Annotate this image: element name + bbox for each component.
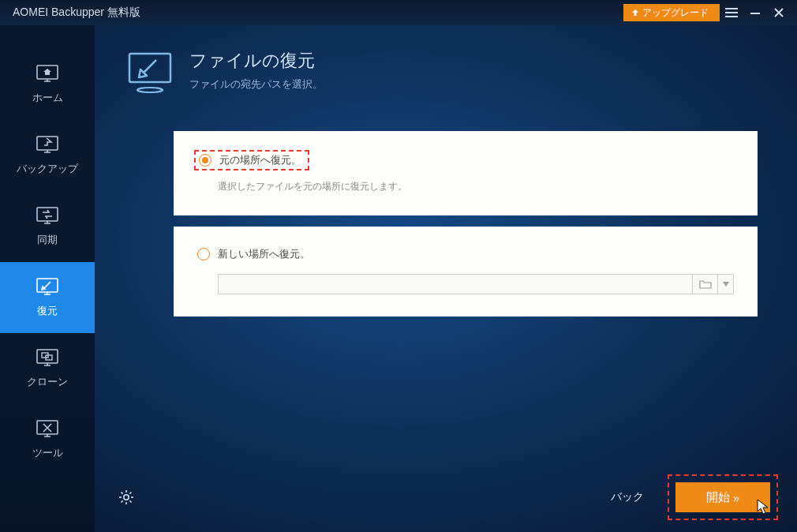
svg-point-17 <box>124 495 129 500</box>
sidebar-item-sync[interactable]: 同期 <box>0 191 95 262</box>
panel-description: 選択したファイルを元の場所に復元します。 <box>218 180 734 193</box>
sidebar-item-home[interactable]: ホーム <box>0 49 95 120</box>
radio-empty-icon <box>197 248 210 260</box>
sidebar-item-label: 同期 <box>37 233 58 247</box>
chevron-down-icon <box>723 282 729 287</box>
sidebar-item-label: 復元 <box>37 304 58 318</box>
mouse-cursor-icon <box>756 498 772 515</box>
upgrade-label: アップグレード <box>642 6 709 20</box>
page-header: ファイルの復元 ファイルの宛先パスを選択。 <box>95 25 797 99</box>
back-button[interactable]: バック <box>611 490 644 504</box>
panel-restore-original: 元の場所へ復元。 選択したファイルを元の場所に復元します。 <box>174 131 758 215</box>
folder-icon <box>699 279 712 289</box>
restore-monitor-icon <box>36 277 59 298</box>
destination-path-input[interactable] <box>218 274 693 294</box>
svg-rect-11 <box>37 350 58 363</box>
sidebar-item-backup[interactable]: バックアップ <box>0 120 95 191</box>
svg-point-16 <box>137 88 163 92</box>
svg-rect-15 <box>129 54 170 82</box>
sidebar-item-label: ツール <box>32 446 63 460</box>
sidebar-item-label: ホーム <box>32 91 63 105</box>
sidebar-item-label: クローン <box>27 375 68 389</box>
sidebar-item-clone[interactable]: クローン <box>0 333 95 404</box>
sidebar-item-tools[interactable]: ツール <box>0 404 95 475</box>
upgrade-arrow-icon <box>631 9 639 17</box>
svg-rect-9 <box>37 208 58 221</box>
menu-icon[interactable] <box>720 0 743 25</box>
highlight-original-radio: 元の場所へ復元。 <box>194 150 309 170</box>
page-header-icon <box>126 51 174 90</box>
radio-dot-icon <box>199 154 211 167</box>
highlight-start-button: 開始 » <box>668 474 778 520</box>
titlebar: AOMEI Backupper 無料版 アップグレード <box>0 0 797 25</box>
settings-button[interactable] <box>114 485 139 510</box>
sidebar-item-label: バックアップ <box>17 162 78 176</box>
upgrade-button[interactable]: アップグレード <box>623 4 720 21</box>
footer-bar: バック 開始 » <box>95 463 797 532</box>
app-title: AOMEI Backupper 無料版 <box>13 6 623 20</box>
radio-label: 元の場所へ復元。 <box>219 153 301 167</box>
svg-rect-6 <box>750 13 760 14</box>
radio-restore-original[interactable]: 元の場所へ復元。 <box>199 153 301 167</box>
radio-restore-new[interactable]: 新しい場所へ復元。 <box>197 247 734 261</box>
gear-icon <box>118 489 134 505</box>
double-chevron-right-icon: » <box>733 491 739 504</box>
close-icon[interactable] <box>767 0 791 25</box>
page-title: ファイルの復元 <box>189 49 323 73</box>
sync-monitor-icon <box>36 206 59 227</box>
tools-monitor-icon <box>36 419 59 440</box>
panel-restore-new: 新しい場所へ復元。 <box>174 227 758 317</box>
content-area: ファイルの復元 ファイルの宛先パスを選択。 元の場所へ復元。 選択したファイルを… <box>95 25 797 532</box>
svg-point-4 <box>726 12 728 13</box>
start-label: 開始 <box>706 490 730 505</box>
start-button[interactable]: 開始 » <box>675 482 770 512</box>
browse-folder-button[interactable] <box>693 274 718 294</box>
page-subtitle: ファイルの宛先パスを選択。 <box>189 77 323 92</box>
path-dropdown-button[interactable] <box>718 274 734 294</box>
radio-label: 新しい場所へ復元。 <box>218 247 310 261</box>
minimize-icon[interactable] <box>743 0 767 25</box>
sidebar-item-restore[interactable]: 復元 <box>0 262 95 333</box>
home-monitor-icon <box>36 64 59 84</box>
clone-monitor-icon <box>36 348 59 369</box>
backup-monitor-icon <box>36 135 59 155</box>
sidebar: ホーム バックアップ 同期 復元 クローン ツール <box>0 25 95 532</box>
